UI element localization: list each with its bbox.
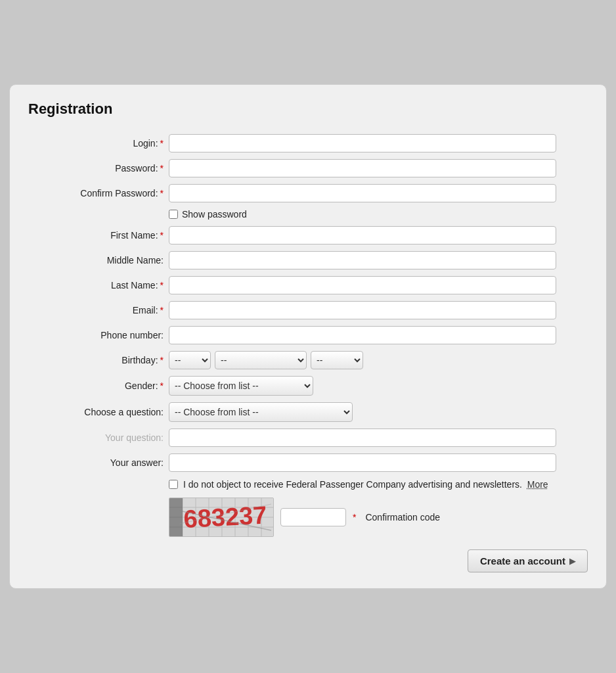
create-account-button[interactable]: Create an account ▶ (468, 549, 588, 572)
captcha-row: 683237 * Confirmation code (28, 494, 588, 540)
show-password-label[interactable]: Show password (169, 209, 585, 220)
password-required: * (160, 163, 164, 174)
phone-row: Phone number: (28, 323, 588, 348)
birthday-row: Birthday:* -- 12345 678910 1112131415 16… (28, 348, 588, 373)
your-answer-row: Your answer: (28, 450, 588, 475)
phone-label: Phone number: (28, 323, 166, 348)
confirm-password-required: * (160, 188, 164, 198)
password-label: Password:* (28, 156, 166, 181)
birthday-required: * (160, 355, 164, 365)
first-name-row: First Name:* (28, 223, 588, 248)
first-name-input[interactable] (169, 226, 556, 244)
password-input[interactable] (169, 159, 556, 177)
middle-name-input[interactable] (169, 251, 556, 269)
form-title: Registration (28, 101, 588, 118)
confirm-password-input[interactable] (169, 184, 556, 202)
captcha-label: Confirmation code (365, 512, 440, 522)
more-link[interactable]: More (527, 479, 548, 490)
question-label: Choose a question: (28, 399, 166, 425)
birthday-label: Birthday:* (28, 348, 166, 373)
confirm-password-label: Confirm Password:* (28, 181, 166, 206)
your-answer-label: Your answer: (28, 450, 166, 475)
show-password-row: Show password (28, 206, 588, 223)
registration-form: Registration Login:* Password:* Confirm … (9, 84, 607, 590)
confirm-password-input-cell (166, 181, 588, 206)
phone-input[interactable] (169, 326, 556, 344)
captcha-area: 683237 * Confirmation code (169, 498, 585, 537)
first-name-required: * (160, 230, 164, 241)
your-question-row: Your question: (28, 425, 588, 450)
middle-name-row: Middle Name: (28, 248, 588, 273)
login-input-cell (166, 131, 588, 156)
newsletter-row: I do not object to receive Federal Passe… (28, 475, 588, 495)
birthday-group: -- 12345 678910 1112131415 1617181920 21… (169, 351, 585, 369)
question-row: Choose a question: -- Choose from list -… (28, 399, 588, 425)
gender-required: * (160, 381, 164, 391)
svg-text:683237: 683237 (183, 501, 268, 534)
last-name-label: Last Name:* (28, 273, 166, 298)
email-row: Email:* (28, 298, 588, 323)
your-question-label: Your question: (28, 425, 166, 450)
last-name-row: Last Name:* (28, 273, 588, 298)
svg-rect-11 (169, 498, 183, 537)
captcha-required-star: * (353, 512, 356, 522)
login-input[interactable] (169, 134, 556, 152)
password-row: Password:* (28, 156, 588, 181)
form-table: Login:* Password:* Confirm Password:* (28, 131, 588, 541)
email-required: * (160, 305, 164, 315)
question-select[interactable]: -- Choose from list -- What is your pet'… (169, 402, 353, 422)
captcha-image: 683237 (169, 498, 274, 537)
email-input[interactable] (169, 301, 556, 319)
submit-row: Create an account ▶ (28, 549, 588, 572)
last-name-input[interactable] (169, 276, 556, 294)
login-required: * (160, 138, 164, 149)
gender-select[interactable]: -- Choose from list -- Male Female (169, 376, 313, 396)
submit-arrow-icon: ▶ (569, 557, 575, 566)
last-name-required: * (160, 280, 164, 290)
show-password-checkbox[interactable] (169, 210, 178, 219)
birthday-month-select[interactable]: -- JanuaryFebruaryMarch AprilMayJune Jul… (215, 351, 307, 369)
birthday-day-select[interactable]: -- 12345 678910 1112131415 1617181920 21… (169, 351, 211, 369)
your-question-input[interactable] (169, 429, 556, 447)
password-input-cell (166, 156, 588, 181)
login-row: Login:* (28, 131, 588, 156)
first-name-label: First Name:* (28, 223, 166, 248)
gender-row: Gender:* -- Choose from list -- Male Fem… (28, 373, 588, 399)
email-label: Email:* (28, 298, 166, 323)
login-label: Login:* (28, 131, 166, 156)
birthday-year-select[interactable]: -- 2024202320102000 1990198019701960 195… (311, 351, 363, 369)
captcha-input[interactable] (280, 508, 346, 526)
your-answer-input[interactable] (169, 453, 556, 472)
newsletter-label[interactable]: I do not object to receive Federal Passe… (169, 478, 550, 492)
middle-name-label: Middle Name: (28, 248, 166, 273)
confirm-password-row: Confirm Password:* (28, 181, 588, 206)
gender-label: Gender:* (28, 373, 166, 399)
newsletter-checkbox[interactable] (169, 480, 178, 489)
